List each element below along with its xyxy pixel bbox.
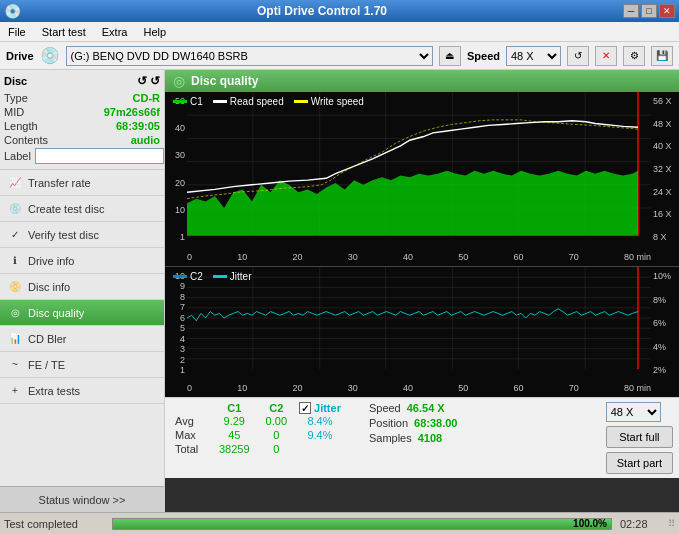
transfer-rate-label: Transfer rate xyxy=(28,177,91,189)
app-icon: 💿 xyxy=(4,3,21,19)
drive-select[interactable]: (G:) BENQ DVD DD DW1640 BSRB xyxy=(66,46,433,66)
position-key: Position xyxy=(369,417,408,429)
bottom-chart-x-axis: 0 10 20 30 40 50 60 70 80 min xyxy=(187,379,651,397)
disc-quality-label: Disc quality xyxy=(28,307,84,319)
disc-contents-row: Contents audio xyxy=(4,133,160,147)
disc-info-icon: 📀 xyxy=(8,280,22,294)
status-window-button[interactable]: Status window >> xyxy=(0,486,164,512)
create-test-disc-icon: 💿 xyxy=(8,202,22,216)
top-chart-y-left: 50 40 30 20 10 1 xyxy=(165,92,187,246)
disc-quality-header-icon: ◎ xyxy=(173,73,185,89)
fe-te-icon: ~ xyxy=(8,358,22,372)
avg-c1: 9.29 xyxy=(211,414,258,428)
extra-tests-label: Extra tests xyxy=(28,385,80,397)
window-controls: ─ □ ✕ xyxy=(623,4,675,18)
verify-test-disc-icon: ✓ xyxy=(8,228,22,242)
stats-max-row: Max 45 0 9.4% xyxy=(171,428,345,442)
bottom-chart-legend: C2 Jitter xyxy=(173,271,251,282)
avg-c2: 0.00 xyxy=(258,414,295,428)
max-label: Max xyxy=(171,428,211,442)
mid-label: MID xyxy=(4,106,24,118)
length-value: 68:39:05 xyxy=(116,120,160,132)
jitter-checkbox[interactable]: ✓ xyxy=(299,402,311,414)
drive-label: Drive xyxy=(6,50,34,62)
avg-label: Avg xyxy=(171,414,211,428)
test-speed-dropdown[interactable]: 48 X xyxy=(606,402,661,422)
max-c2: 0 xyxy=(258,428,295,442)
disc-info-header: Disc ↺ ↺ xyxy=(4,74,160,88)
legend-jitter: Jitter xyxy=(213,271,252,282)
legend-write-speed: Write speed xyxy=(294,96,364,107)
speed-select[interactable]: 48 X xyxy=(506,46,561,66)
status-text: Test completed xyxy=(4,518,104,530)
stats-total-row: Total 38259 0 xyxy=(171,442,345,456)
sidebar-item-cd-bler[interactable]: 📊 CD Bler xyxy=(0,326,164,352)
contents-label: Contents xyxy=(4,134,48,146)
legend-c1: C1 xyxy=(173,96,203,107)
refresh-disc-icon[interactable]: ↺ xyxy=(137,74,147,88)
total-jitter xyxy=(295,442,345,456)
disc-quality-title: Disc quality xyxy=(191,74,258,88)
bottom-chart-y-left: 10 9 8 7 6 5 4 3 2 1 xyxy=(165,267,187,379)
samples-row: Samples 4108 xyxy=(369,432,458,444)
close-button[interactable]: ✕ xyxy=(659,4,675,18)
eject-button[interactable]: ⏏ xyxy=(439,46,461,66)
disc-mid-row: MID 97m26s66f xyxy=(4,105,160,119)
menu-extra[interactable]: Extra xyxy=(98,25,132,39)
fe-te-label: FE / TE xyxy=(28,359,65,371)
sidebar-item-extra-tests[interactable]: + Extra tests xyxy=(0,378,164,404)
disc-label: Disc xyxy=(4,75,27,87)
minimize-button[interactable]: ─ xyxy=(623,4,639,18)
stats-top-row: C1 C2 ✓ Jitter Avg xyxy=(171,402,673,474)
drive-bar: Drive 💿 (G:) BENQ DVD DD DW1640 BSRB ⏏ S… xyxy=(0,42,679,70)
sidebar-item-verify-test-disc[interactable]: ✓ Verify test disc xyxy=(0,222,164,248)
erase-button[interactable]: ✕ xyxy=(595,46,617,66)
disc-type-row: Type CD-R xyxy=(4,91,160,105)
speed-label: Speed xyxy=(467,50,500,62)
save-button[interactable]: 💾 xyxy=(651,46,673,66)
maximize-button[interactable]: □ xyxy=(641,4,657,18)
top-chart-x-axis: 0 10 20 30 40 50 60 70 80 min xyxy=(187,248,651,266)
bottom-chart-svg xyxy=(187,267,651,369)
sidebar-item-create-test-disc[interactable]: 💿 Create test disc xyxy=(0,196,164,222)
max-c1: 45 xyxy=(211,428,258,442)
start-full-button[interactable]: Start full xyxy=(606,426,673,448)
settings-button[interactable]: ⚙ xyxy=(623,46,645,66)
label-label: Label xyxy=(4,150,31,162)
menu-help[interactable]: Help xyxy=(139,25,170,39)
main-content: ◎ Disc quality C1 Read speed Write speed xyxy=(165,70,679,512)
refresh-button[interactable]: ↺ xyxy=(567,46,589,66)
create-test-disc-label: Create test disc xyxy=(28,203,104,215)
menu-start-test[interactable]: Start test xyxy=(38,25,90,39)
legend-c2: C2 xyxy=(173,271,203,282)
start-part-button[interactable]: Start part xyxy=(606,452,673,474)
sidebar-item-disc-quality[interactable]: ◎ Disc quality xyxy=(0,300,164,326)
total-label: Total xyxy=(171,442,211,456)
disc-length-row: Length 68:39:05 xyxy=(4,119,160,133)
disc-label-row: Label ↺ xyxy=(4,147,160,165)
speed-value: 46.54 X xyxy=(407,402,445,414)
sidebar-item-fe-te[interactable]: ~ FE / TE xyxy=(0,352,164,378)
menu-file[interactable]: File xyxy=(4,25,30,39)
total-c2: 0 xyxy=(258,442,295,456)
position-value: 68:38.00 xyxy=(414,417,457,429)
main-layout: Disc ↺ ↺ Type CD-R MID 97m26s66f Length … xyxy=(0,70,679,512)
jitter-checkbox-container: ✓ Jitter xyxy=(299,402,341,414)
mid-value: 97m26s66f xyxy=(104,106,160,118)
top-chart: C1 Read speed Write speed 50 40 30 20 10… xyxy=(165,92,679,267)
sidebar-item-drive-info[interactable]: ℹ Drive info xyxy=(0,248,164,274)
disc-options-icon[interactable]: ↺ xyxy=(150,74,160,88)
sidebar-item-transfer-rate[interactable]: 📈 Transfer rate xyxy=(0,170,164,196)
sidebar-item-disc-info[interactable]: 📀 Disc info xyxy=(0,274,164,300)
extra-tests-icon: + xyxy=(8,384,22,398)
top-chart-svg xyxy=(187,92,651,236)
sidebar: Disc ↺ ↺ Type CD-R MID 97m26s66f Length … xyxy=(0,70,165,512)
samples-value: 4108 xyxy=(418,432,442,444)
max-jitter: 9.4% xyxy=(295,428,345,442)
type-value: CD-R xyxy=(133,92,161,104)
status-bar: Test completed 100.0% 02:28 ⠿ xyxy=(0,512,679,534)
progress-bar: 100.0% xyxy=(112,518,612,530)
transfer-rate-icon: 📈 xyxy=(8,176,22,190)
label-input[interactable] xyxy=(35,148,164,164)
drive-info-label: Drive info xyxy=(28,255,74,267)
